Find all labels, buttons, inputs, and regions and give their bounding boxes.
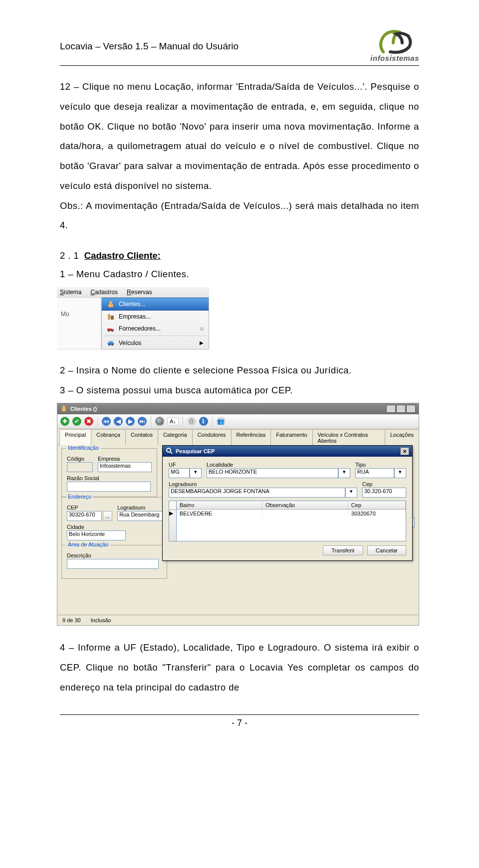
toolbar-people-icon[interactable]: 👥 [217,417,226,426]
toolbar-print-icon[interactable]: ⎙ [187,417,196,426]
field-tipo[interactable]: RUA [355,468,394,478]
grid-row[interactable]: BELVEDERE 30320670 [177,510,406,518]
svg-rect-3 [111,316,114,320]
veiculos-icon [107,339,115,347]
footer-rule [60,714,419,715]
tipo-dropdown-button[interactable]: ▾ [394,468,406,478]
menu-sistema[interactable]: Sistema [60,289,81,296]
close-button[interactable] [406,405,416,413]
status-record: 9 de 30 [62,617,81,623]
screenshot-menu: Sistema Cadastros Reservas Mo Clientes..… [57,287,209,349]
window-icon [60,405,67,413]
toolbar-first-icon[interactable]: ⏮ [102,417,111,426]
empresas-icon [107,313,115,321]
svg-point-14 [167,448,171,452]
label-razao: Razão Social [67,475,152,481]
toolbar-last-icon[interactable]: ⏭ [138,417,147,426]
menu-item-clientes[interactable]: Clientes... [102,298,209,311]
paragraph-1: 12 – Clique no menu Locação, informar 'E… [60,77,419,196]
dlg-logradouro-dropdown-button[interactable]: ▾ [345,488,357,498]
field-uf[interactable]: MG [169,468,190,478]
brand-logo: infosistemas [370,30,419,62]
localidade-dropdown-button[interactable]: ▾ [338,468,350,478]
svg-rect-1 [108,304,113,307]
tab-locacoes[interactable]: Locações [385,429,419,445]
tab-condutores[interactable]: Condutores [192,429,232,445]
group-area: Área de Atuação [66,541,110,547]
button-cancelar[interactable]: Cancelar [367,545,406,555]
tab-faturamento[interactable]: Faturamento [270,429,312,445]
fornecedores-icon [107,325,115,333]
menu-item-veiculos[interactable]: Veículos ▶ [102,337,209,349]
field-dlg-logradouro[interactable]: DESEMBARGADOR JORGE FONTANA [169,488,345,498]
tab-strip: Principal Cobrança Contatos Categoria Co… [57,429,419,445]
field-descricao[interactable] [67,559,159,569]
step-4: 4 – Informe a UF (Estado), Localidade, T… [60,638,419,697]
left-fragment-mo: Mo [61,311,97,318]
toolbar-new-icon[interactable]: ✚ [60,417,69,426]
svg-rect-13 [62,408,66,411]
uf-dropdown-button[interactable]: ▾ [190,468,202,478]
toolbar-next-icon[interactable]: ▶ [126,417,135,426]
clientes-icon [107,300,115,308]
toolbar-prev-icon[interactable]: ◀ [114,417,123,426]
window-title: Clientes () [70,406,97,412]
field-dlg-cep[interactable]: 30.320-670 [362,488,406,498]
group-identificacao: Identificação [66,445,101,451]
dropdown-cadastros: Clientes... Empresas... Fornecedores... … [101,298,209,349]
svg-rect-4 [107,329,112,331]
label-cep: CEP [67,505,112,511]
page-number: - 7 - [60,718,419,728]
menu-item-fornecedores[interactable]: Fornecedores... u [102,323,209,335]
field-cep[interactable]: 30320-670 [67,511,102,521]
svg-point-7 [112,330,113,332]
toolbar-search-icon[interactable]: 🔍 [155,417,164,426]
menu-cadastros[interactable]: Cadastros [90,289,118,296]
label-dlg-cep: Cep [362,481,406,487]
button-cep-lookup[interactable]: ... [103,511,112,521]
right-fragment: u [200,325,204,332]
status-mode: Inclusão [91,617,111,623]
dialog-close-button[interactable]: ✕ [400,447,409,455]
dialog-title: Pesquisar CEP [176,448,215,454]
toolbar-info-icon[interactable]: ℹ [199,417,208,426]
svg-rect-2 [108,314,110,320]
svg-point-0 [109,301,112,304]
brand-text: infosistemas [370,54,419,62]
results-grid[interactable]: Bairro Observação Cep BELVEDERE 30320670 [176,501,406,541]
grid-header-cep: Cep [348,501,406,509]
doc-header: Locavia – Versão 1.5 – Manual do Usuário [60,41,239,52]
tab-veiculos-contratos[interactable]: Veículos x Contratos Abertos [312,429,385,445]
label-logradouro: Logradouro [117,505,164,511]
toolbar-cancel-icon[interactable]: ✖ [84,417,93,426]
svg-point-11 [112,344,113,346]
screenshot-clientes-window: Clientes () ✚ ✔ ✖ ⏮ ◀ ▶ ⏭ 🔍 A↓ ⎙ ℹ 👥 [57,403,419,626]
field-codigo[interactable] [67,462,93,472]
field-localidade[interactable]: BELO HORIZONTE [207,468,338,478]
field-cidade[interactable]: Belo Horizonte [67,530,126,540]
field-empresa[interactable]: Infosistemas [98,462,152,472]
menu-item-empresas[interactable]: Empresas... [102,311,209,323]
dialog-pesquisar-cep: Pesquisar CEP ✕ UF MG▾ Localidade BELO H… [162,445,413,561]
toolbar-ok-icon[interactable]: ✔ [72,417,81,426]
tab-contatos[interactable]: Contatos [125,429,158,445]
menu-reservas[interactable]: Reservas [127,289,152,296]
maximize-button[interactable] [396,405,406,413]
toolbar-sort-icon[interactable]: A↓ [167,417,179,425]
label-localidade: Localidade [207,462,350,468]
tab-referencias[interactable]: Referências [231,429,271,445]
tab-principal[interactable]: Principal [59,429,91,445]
tab-cobranca[interactable]: Cobrança [91,429,126,445]
svg-point-10 [109,344,110,346]
button-transferir[interactable]: Transferir [323,545,363,555]
tab-categoria[interactable]: Categoria [158,429,193,445]
group-endereco: Endereço [66,494,93,500]
minimize-button[interactable] [386,405,396,413]
svg-line-15 [170,452,172,454]
label-cidade: Cidade [67,524,162,530]
label-dlg-logradouro: Logradouro [169,481,357,487]
field-razao[interactable] [67,482,151,492]
chevron-right-icon: ▶ [200,340,204,346]
search-icon [166,447,173,455]
field-logradouro[interactable]: Rua Desembarg [117,511,164,521]
